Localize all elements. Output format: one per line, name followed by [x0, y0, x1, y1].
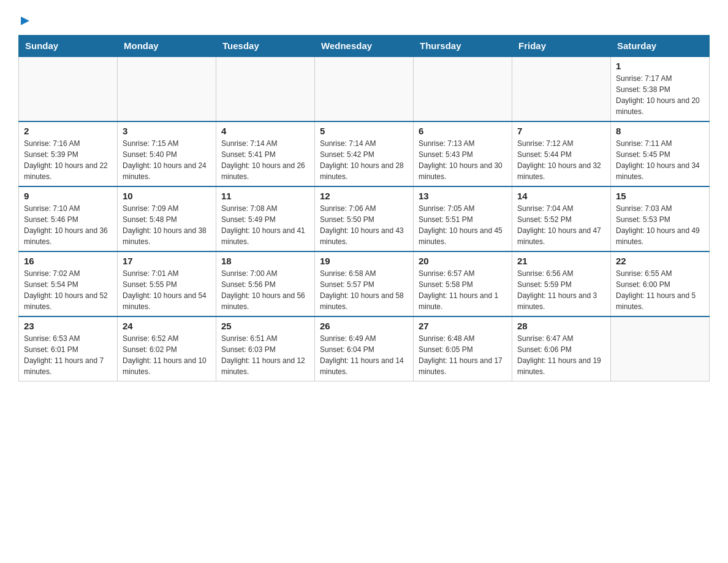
day-number: 12	[320, 191, 408, 201]
day-info: Sunrise: 7:09 AM Sunset: 5:48 PM Dayligh…	[123, 203, 211, 247]
day-info: Sunrise: 6:52 AM Sunset: 6:02 PM Dayligh…	[123, 333, 211, 377]
col-friday: Friday	[512, 36, 611, 57]
day-number: 6	[419, 126, 507, 136]
table-row: 19Sunrise: 6:58 AM Sunset: 5:57 PM Dayli…	[315, 251, 414, 316]
day-info: Sunrise: 7:14 AM Sunset: 5:42 PM Dayligh…	[320, 138, 408, 182]
day-number: 28	[517, 321, 605, 331]
day-info: Sunrise: 7:12 AM Sunset: 5:44 PM Dayligh…	[517, 138, 605, 182]
svg-marker-0	[21, 17, 29, 25]
day-info: Sunrise: 7:10 AM Sunset: 5:46 PM Dayligh…	[24, 203, 112, 247]
day-info: Sunrise: 6:58 AM Sunset: 5:57 PM Dayligh…	[320, 268, 408, 312]
day-info: Sunrise: 6:57 AM Sunset: 5:58 PM Dayligh…	[419, 268, 507, 312]
calendar-header-row: Sunday Monday Tuesday Wednesday Thursday…	[19, 36, 710, 57]
col-wednesday: Wednesday	[315, 36, 414, 57]
table-row: 13Sunrise: 7:05 AM Sunset: 5:51 PM Dayli…	[414, 186, 512, 251]
calendar-week-2: 2Sunrise: 7:16 AM Sunset: 5:39 PM Daylig…	[19, 121, 710, 186]
day-info: Sunrise: 6:47 AM Sunset: 6:06 PM Dayligh…	[517, 333, 605, 377]
day-info: Sunrise: 7:08 AM Sunset: 5:49 PM Dayligh…	[221, 203, 309, 247]
table-row	[512, 56, 611, 121]
day-info: Sunrise: 7:03 AM Sunset: 5:53 PM Dayligh…	[616, 203, 704, 247]
calendar-week-5: 23Sunrise: 6:53 AM Sunset: 6:01 PM Dayli…	[19, 316, 710, 381]
table-row: 20Sunrise: 6:57 AM Sunset: 5:58 PM Dayli…	[414, 251, 512, 316]
table-row: 27Sunrise: 6:48 AM Sunset: 6:05 PM Dayli…	[414, 316, 512, 381]
col-saturday: Saturday	[611, 36, 710, 57]
table-row	[118, 56, 216, 121]
logo-arrow-icon	[20, 15, 31, 29]
day-number: 27	[419, 321, 507, 331]
day-number: 25	[221, 321, 309, 331]
table-row: 15Sunrise: 7:03 AM Sunset: 5:53 PM Dayli…	[611, 186, 710, 251]
day-number: 21	[517, 256, 605, 266]
table-row	[611, 316, 710, 381]
table-row: 18Sunrise: 7:00 AM Sunset: 5:56 PM Dayli…	[216, 251, 315, 316]
table-row: 6Sunrise: 7:13 AM Sunset: 5:43 PM Daylig…	[414, 121, 512, 186]
table-row: 24Sunrise: 6:52 AM Sunset: 6:02 PM Dayli…	[118, 316, 216, 381]
table-row: 14Sunrise: 7:04 AM Sunset: 5:52 PM Dayli…	[512, 186, 611, 251]
day-number: 9	[24, 191, 112, 201]
calendar-week-3: 9Sunrise: 7:10 AM Sunset: 5:46 PM Daylig…	[19, 186, 710, 251]
day-number: 17	[123, 256, 211, 266]
col-thursday: Thursday	[414, 36, 512, 57]
day-info: Sunrise: 6:55 AM Sunset: 6:00 PM Dayligh…	[616, 268, 704, 312]
table-row: 3Sunrise: 7:15 AM Sunset: 5:40 PM Daylig…	[118, 121, 216, 186]
col-sunday: Sunday	[19, 36, 118, 57]
day-info: Sunrise: 6:51 AM Sunset: 6:03 PM Dayligh…	[221, 333, 309, 377]
day-number: 5	[320, 126, 408, 136]
table-row	[315, 56, 414, 121]
table-row: 8Sunrise: 7:11 AM Sunset: 5:45 PM Daylig…	[611, 121, 710, 186]
day-info: Sunrise: 6:48 AM Sunset: 6:05 PM Dayligh…	[419, 333, 507, 377]
table-row: 17Sunrise: 7:01 AM Sunset: 5:55 PM Dayli…	[118, 251, 216, 316]
day-number: 3	[123, 126, 211, 136]
day-info: Sunrise: 7:01 AM Sunset: 5:55 PM Dayligh…	[123, 268, 211, 312]
day-number: 1	[616, 61, 704, 71]
table-row	[216, 56, 315, 121]
day-info: Sunrise: 7:00 AM Sunset: 5:56 PM Dayligh…	[221, 268, 309, 312]
table-row: 11Sunrise: 7:08 AM Sunset: 5:49 PM Dayli…	[216, 186, 315, 251]
table-row: 25Sunrise: 6:51 AM Sunset: 6:03 PM Dayli…	[216, 316, 315, 381]
day-info: Sunrise: 7:13 AM Sunset: 5:43 PM Dayligh…	[419, 138, 507, 182]
day-info: Sunrise: 7:06 AM Sunset: 5:50 PM Dayligh…	[320, 203, 408, 247]
day-info: Sunrise: 6:53 AM Sunset: 6:01 PM Dayligh…	[24, 333, 112, 377]
table-row: 5Sunrise: 7:14 AM Sunset: 5:42 PM Daylig…	[315, 121, 414, 186]
table-row: 9Sunrise: 7:10 AM Sunset: 5:46 PM Daylig…	[19, 186, 118, 251]
day-info: Sunrise: 7:17 AM Sunset: 5:38 PM Dayligh…	[616, 73, 704, 117]
day-number: 4	[221, 126, 309, 136]
day-number: 18	[221, 256, 309, 266]
table-row: 28Sunrise: 6:47 AM Sunset: 6:06 PM Dayli…	[512, 316, 611, 381]
calendar-week-1: 1Sunrise: 7:17 AM Sunset: 5:38 PM Daylig…	[19, 56, 710, 121]
day-number: 15	[616, 191, 704, 201]
day-info: Sunrise: 7:14 AM Sunset: 5:41 PM Dayligh…	[221, 138, 309, 182]
table-row	[19, 56, 118, 121]
day-number: 23	[24, 321, 112, 331]
day-number: 2	[24, 126, 112, 136]
table-row: 16Sunrise: 7:02 AM Sunset: 5:54 PM Dayli…	[19, 251, 118, 316]
day-number: 19	[320, 256, 408, 266]
day-info: Sunrise: 7:11 AM Sunset: 5:45 PM Dayligh…	[616, 138, 704, 182]
day-info: Sunrise: 6:49 AM Sunset: 6:04 PM Dayligh…	[320, 333, 408, 377]
table-row: 7Sunrise: 7:12 AM Sunset: 5:44 PM Daylig…	[512, 121, 611, 186]
table-row: 1Sunrise: 7:17 AM Sunset: 5:38 PM Daylig…	[611, 56, 710, 121]
day-number: 26	[320, 321, 408, 331]
calendar-table: Sunday Monday Tuesday Wednesday Thursday…	[18, 35, 710, 381]
logo	[18, 12, 31, 29]
col-monday: Monday	[118, 36, 216, 57]
day-info: Sunrise: 6:56 AM Sunset: 5:59 PM Dayligh…	[517, 268, 605, 312]
table-row: 4Sunrise: 7:14 AM Sunset: 5:41 PM Daylig…	[216, 121, 315, 186]
col-tuesday: Tuesday	[216, 36, 315, 57]
day-number: 7	[517, 126, 605, 136]
table-row: 21Sunrise: 6:56 AM Sunset: 5:59 PM Dayli…	[512, 251, 611, 316]
day-number: 24	[123, 321, 211, 331]
day-info: Sunrise: 7:02 AM Sunset: 5:54 PM Dayligh…	[24, 268, 112, 312]
day-number: 8	[616, 126, 704, 136]
table-row: 12Sunrise: 7:06 AM Sunset: 5:50 PM Dayli…	[315, 186, 414, 251]
day-number: 11	[221, 191, 309, 201]
table-row: 2Sunrise: 7:16 AM Sunset: 5:39 PM Daylig…	[19, 121, 118, 186]
day-info: Sunrise: 7:05 AM Sunset: 5:51 PM Dayligh…	[419, 203, 507, 247]
table-row	[414, 56, 512, 121]
day-info: Sunrise: 7:15 AM Sunset: 5:40 PM Dayligh…	[123, 138, 211, 182]
table-row: 26Sunrise: 6:49 AM Sunset: 6:04 PM Dayli…	[315, 316, 414, 381]
table-row: 22Sunrise: 6:55 AM Sunset: 6:00 PM Dayli…	[611, 251, 710, 316]
day-number: 20	[419, 256, 507, 266]
page-header	[18, 12, 710, 29]
day-info: Sunrise: 7:04 AM Sunset: 5:52 PM Dayligh…	[517, 203, 605, 247]
